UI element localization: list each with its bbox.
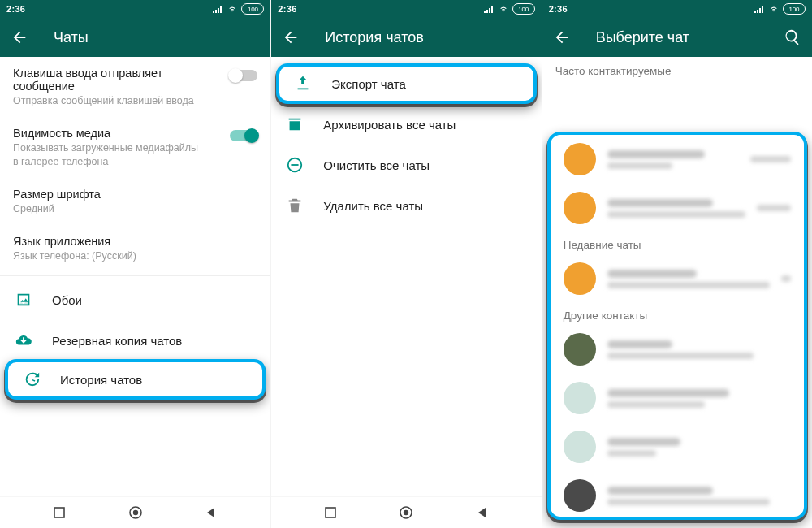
wifi-icon [498,5,509,13]
settings-body: Клавиша ввода отправляет сообщение Отпра… [0,57,270,496]
battery-icon: 100 [783,3,806,15]
highlight-box: Экспорт чата [276,63,536,104]
archive-icon [286,115,304,133]
action-export-chat[interactable]: Экспорт чата [279,67,533,101]
appbar-title: Чаты [49,29,89,46]
blurred-text [607,389,791,408]
section-frequent: Часто контактируемые [542,57,812,80]
toggle-switch[interactable] [230,130,257,141]
setting-backup[interactable]: Резервная копия чатов [0,320,270,361]
contact-row[interactable] [551,374,804,422]
toggle-switch[interactable] [230,70,257,81]
nav-bar [0,496,270,528]
nav-recents-button[interactable] [43,503,76,522]
setting-chat-history[interactable]: История чатов [8,362,262,396]
blurred-text [607,270,770,288]
setting-label: Размер шрифта [13,188,257,201]
setting-sub: Язык телефона: (Русский) [13,249,200,262]
setting-sub: Средний [13,202,200,215]
chat-row[interactable] [551,254,804,303]
section-other: Другие контакты [551,303,804,325]
svg-rect-4 [292,164,299,166]
export-icon [294,75,312,93]
status-time: 2:36 [278,4,296,14]
blurred-text [607,487,791,505]
battery-icon: 100 [241,3,264,15]
action-label: Очистить все чаты [323,158,430,172]
contact-row[interactable] [551,471,804,517]
setting-label: Язык приложения [13,235,257,248]
blurred-text [607,199,745,218]
blurred-meta [757,205,791,211]
status-time: 2:36 [6,4,25,14]
blurred-text [607,340,791,359]
svg-point-7 [404,510,408,515]
highlight-panel: Недавние чаты Другие контакты [547,132,807,520]
avatar [564,143,596,175]
svg-point-2 [132,510,137,515]
blurred-text [607,438,791,457]
app-bar: Чаты [0,18,270,57]
avatar [564,192,596,224]
nav-back-button[interactable] [466,503,499,522]
history-icon [23,370,41,388]
nav-back-button[interactable] [195,503,227,522]
signal-icon [212,5,223,13]
action-archive-all[interactable]: Архивировать все чаты [271,104,541,145]
svg-rect-0 [54,508,64,517]
back-button[interactable] [276,23,305,52]
select-chat-body: Часто контактируемые [542,57,812,528]
app-bar: Выберите чат [542,18,812,57]
setting-media-visibility[interactable]: Видимость медиа Показывать загруженные м… [0,117,270,178]
blurred-text [607,150,739,169]
app-bar: История чатов [271,18,541,57]
action-clear-all[interactable]: Очистить все чаты [271,145,541,185]
wifi-icon [768,5,780,13]
status-bar: 2:36 100 [271,0,541,18]
search-button[interactable] [778,23,807,52]
screen-chats-settings: 2:36 100 Чаты Клавиша ввода отправл [0,0,270,528]
history-body: Экспорт чата Архивировать все чаты Очист… [271,57,541,496]
signal-icon [483,5,495,13]
avatar [564,262,596,295]
setting-app-language[interactable]: Язык приложения Язык телефона: (Русский) [0,225,270,272]
svg-rect-5 [326,508,335,517]
screen-select-chat: 2:36 100 Выберите чат Часто контактируем… [542,0,812,528]
signal-icon [754,5,765,13]
setting-label: Клавиша ввода отправляет сообщение [13,67,223,93]
setting-enter-sends[interactable]: Клавиша ввода отправляет сообщение Отпра… [0,57,270,117]
setting-sub: Отправка сообщений клавишей ввода [13,94,200,107]
nav-home-button[interactable] [119,503,152,522]
setting-font-size[interactable]: Размер шрифта Средний [0,178,270,225]
appbar-title: Выберите чат [591,29,689,46]
setting-wallpaper[interactable]: Обои [0,279,270,320]
action-label: Экспорт чата [331,77,405,91]
status-bar: 2:36 100 [0,0,270,18]
back-button[interactable] [5,23,34,52]
cloud-upload-icon [15,331,32,349]
setting-label: Видимость медиа [13,127,223,140]
screen-chat-history: 2:36 100 История чатов Экспорт чата [270,0,541,528]
chat-row[interactable] [551,135,804,184]
nav-recents-button[interactable] [314,503,347,522]
setting-label: Обои [52,293,82,307]
appbar-title: История чатов [320,29,423,46]
battery-icon: 100 [512,3,535,15]
minus-circle-icon [286,156,304,174]
action-label: Архивировать все чаты [323,118,456,132]
blurred-meta [781,275,791,282]
nav-home-button[interactable] [390,503,422,522]
contact-row[interactable] [551,422,804,471]
avatar [564,382,596,414]
avatar [564,479,596,512]
action-delete-all[interactable]: Удалить все чаты [271,185,541,226]
chat-row[interactable] [551,184,804,232]
divider [0,275,270,276]
action-label: Удалить все чаты [323,199,423,213]
setting-sub: Показывать загруженные медиафайлы в гале… [13,141,200,168]
section-recent: Недавние чаты [551,232,804,254]
contact-row[interactable] [551,325,804,374]
blurred-meta [750,156,791,162]
status-time: 2:36 [549,4,568,14]
back-button[interactable] [547,23,577,52]
